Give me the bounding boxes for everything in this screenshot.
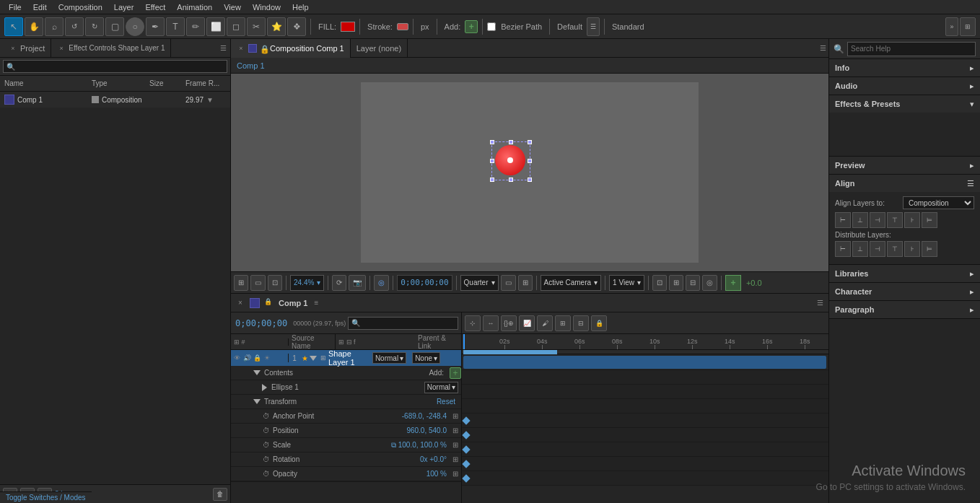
vt-motion-blur-btn[interactable]: ◎ — [702, 275, 717, 291]
contents-add-btn[interactable]: + — [450, 367, 461, 379]
tool-roto[interactable]: ✂ — [247, 17, 266, 36]
vt-view-btn[interactable]: ▭ — [250, 275, 266, 291]
fill-color-swatch[interactable] — [341, 22, 355, 32]
dist-right-btn[interactable]: ⊣ — [870, 241, 885, 257]
vt-renderer-btn[interactable]: ⊟ — [686, 275, 700, 291]
handle-bm[interactable] — [509, 178, 513, 182]
section-libraries-header[interactable]: Libraries ▸ — [829, 265, 980, 282]
vt-plus-btn[interactable]: + — [725, 275, 741, 291]
anchor-stopwatch[interactable]: ⏱ — [263, 412, 270, 420]
tool-redo[interactable]: ↻ — [85, 17, 104, 36]
tool-text[interactable]: T — [166, 17, 185, 36]
menu-edit[interactable]: Edit — [27, 0, 53, 14]
tl-timecode[interactable]: 0;00;00;00 — [234, 317, 289, 330]
keyframe-scale[interactable] — [462, 445, 470, 453]
tool-puppet[interactable]: ⭐ — [267, 17, 286, 36]
timeline-close[interactable]: × — [235, 298, 245, 308]
keyframe-opacity[interactable] — [462, 474, 470, 482]
tab-composition[interactable]: × 🔒 Composition Comp 1 — [231, 39, 351, 58]
section-effects-header[interactable]: Effects & Presets ▾ — [829, 95, 980, 113]
project-row-comp1[interactable]: Comp 1 Composition 29.97 ▼ — [0, 92, 230, 108]
tl-switch-btn[interactable]: ⊞ — [555, 315, 571, 331]
ellipse-mode-dropdown[interactable]: Normal ▾ — [424, 382, 458, 393]
breadcrumb-comp1[interactable]: Comp 1 — [237, 61, 265, 70]
tl-graph-btn[interactable]: 📈 — [519, 315, 535, 331]
viewer-canvas[interactable] — [231, 74, 828, 271]
opacity-link[interactable]: ⊞ — [452, 470, 461, 478]
vt-resolution-dropdown[interactable]: Quarter ▾ — [460, 275, 499, 291]
position-value[interactable]: 960.0, 540.0 — [406, 427, 452, 434]
anchor-link[interactable]: ⊞ — [452, 412, 461, 420]
layer-visibility-btn[interactable]: 👁 — [232, 354, 241, 362]
delete-btn[interactable]: 🗑 — [213, 488, 227, 501]
transform-value[interactable]: Reset — [437, 398, 461, 406]
dist-center-h-btn[interactable]: ⊥ — [852, 241, 868, 257]
tool-shape-create[interactable]: ❖ — [287, 17, 306, 36]
scale-value[interactable]: ⧉ 100.0, 100.0 % — [391, 441, 452, 450]
section-paragraph-header[interactable]: Paragraph ▸ — [829, 301, 980, 318]
vt-region-btn[interactable]: ⊞ — [234, 275, 248, 291]
vt-color-mgmt-btn[interactable]: ◎ — [374, 275, 389, 291]
anchor-value[interactable]: -689.0, -248.4 — [402, 412, 452, 420]
expand-panels-btn[interactable]: » — [945, 17, 958, 36]
vt-camera-dropdown[interactable]: Active Camera ▾ — [541, 275, 602, 291]
dist-center-v-btn[interactable]: ⊦ — [904, 241, 920, 257]
layer-label-color[interactable]: ★ — [300, 354, 309, 362]
menu-effect[interactable]: Effect — [139, 0, 171, 14]
menu-window[interactable]: Window — [247, 0, 286, 14]
rotation-value[interactable]: 0x +0.0° — [420, 455, 452, 463]
vt-3d-btn[interactable]: ⊡ — [268, 275, 282, 291]
menu-layer[interactable]: Layer — [108, 0, 140, 14]
menu-view[interactable]: View — [218, 0, 247, 14]
left-panel-menu[interactable]: ☰ — [219, 44, 227, 53]
timeline-panel-menu[interactable]: ☰ — [815, 299, 824, 307]
tl-search-input[interactable] — [348, 317, 458, 330]
vt-zoom-dropdown[interactable]: 24.4% ▾ — [290, 275, 324, 291]
layer-solo-btn[interactable]: ☀ — [263, 354, 271, 362]
tool-eraser[interactable]: ◻ — [227, 17, 245, 36]
section-audio-header[interactable]: Audio ▸ — [829, 77, 980, 95]
timeline-menu-icon[interactable]: ≡ — [312, 299, 320, 307]
tool-undo[interactable]: ↺ — [65, 17, 84, 36]
shape-object[interactable] — [494, 144, 528, 178]
add-button[interactable]: + — [465, 20, 478, 33]
align-center-h-btn[interactable]: ⊥ — [852, 212, 868, 228]
project-search-input[interactable] — [3, 60, 227, 73]
vt-display-btn[interactable]: ▭ — [501, 275, 516, 291]
menu-file[interactable]: File — [3, 0, 27, 14]
scale-link[interactable]: ⊞ — [452, 441, 461, 449]
tool-brush[interactable]: ✏ — [186, 17, 205, 36]
align-center-v-btn[interactable]: ⊦ — [904, 212, 920, 228]
align-right-btn[interactable]: ⊣ — [870, 212, 885, 228]
tl-lock-btn[interactable]: 🔒 — [591, 315, 607, 331]
opacity-stopwatch[interactable]: ⏱ — [263, 470, 270, 478]
layer-mode-dropdown[interactable]: Normal ▾ — [372, 352, 406, 364]
layer1-track-bar[interactable] — [463, 356, 826, 369]
layer-audio-btn[interactable]: 🔊 — [242, 354, 251, 362]
keyframe-anchor[interactable] — [462, 416, 470, 424]
tool-clone[interactable]: ⬜ — [206, 17, 225, 36]
ellipse-collapse[interactable] — [260, 383, 268, 392]
position-link[interactable]: ⊞ — [452, 427, 461, 434]
keyframe-rotation[interactable] — [462, 460, 470, 468]
scale-stopwatch[interactable]: ⏱ — [263, 441, 270, 449]
workspace-menu-btn[interactable]: ☰ — [587, 17, 600, 36]
tab-comp-close[interactable]: × — [237, 44, 245, 53]
handle-br[interactable] — [528, 178, 532, 182]
handle-bl[interactable] — [490, 178, 494, 182]
dist-left-btn[interactable]: ⊢ — [835, 241, 851, 257]
tool-pen[interactable]: ✒ — [146, 17, 165, 36]
workspace-toggle-btn[interactable]: ⊞ — [960, 17, 976, 36]
align-bottom-btn[interactable]: ⊨ — [922, 212, 937, 228]
handle-tm[interactable] — [509, 140, 513, 144]
position-stopwatch[interactable]: ⏱ — [263, 427, 270, 434]
handle-mr[interactable] — [528, 159, 532, 163]
vt-views-dropdown[interactable]: 1 View ▾ — [609, 275, 644, 291]
tab-project[interactable]: × Project — [3, 39, 51, 58]
tab-project-close[interactable]: × — [9, 44, 17, 53]
vt-compose-btn[interactable]: ⊡ — [652, 275, 667, 291]
menu-animation[interactable]: Animation — [171, 0, 218, 14]
tool-zoom[interactable]: ⌕ — [45, 17, 64, 36]
tool-select[interactable]: ↖ — [4, 17, 23, 36]
layer-main-row-1[interactable]: 👁 🔊 🔒 ☀ 1 ★ ⊞ — [231, 350, 461, 366]
